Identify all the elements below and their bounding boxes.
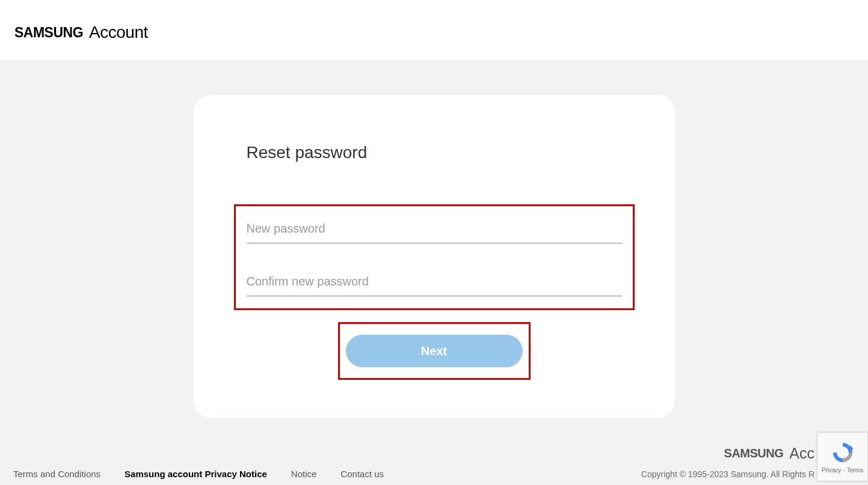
page-header: SAMSUNG Account [0, 0, 868, 60]
new-password-group [247, 217, 622, 243]
recaptcha-terms-link[interactable]: Terms [847, 467, 863, 474]
inputs-highlight-box [234, 204, 635, 310]
recaptcha-links: Privacy - Terms [822, 467, 863, 474]
recaptcha-icon [831, 441, 855, 465]
samsung-wordmark: SAMSUNG [14, 25, 83, 41]
confirm-password-group [247, 270, 622, 296]
contact-link[interactable]: Contact us [340, 469, 384, 479]
privacy-link[interactable]: Samsung account Privacy Notice [125, 469, 267, 479]
account-word: Account [89, 23, 148, 42]
page-title: Reset password [247, 143, 622, 162]
brand-logo: SAMSUNG Account [14, 23, 854, 42]
recaptcha-badge[interactable]: Privacy - Terms [817, 432, 868, 481]
new-password-input[interactable] [247, 217, 622, 243]
page-footer: Terms and Conditions Samsung account Pri… [0, 442, 868, 485]
reset-password-card: Reset password Next [194, 95, 675, 418]
notice-link[interactable]: Notice [291, 469, 317, 479]
terms-link[interactable]: Terms and Conditions [13, 469, 100, 479]
next-button[interactable]: Next [346, 335, 523, 367]
confirm-password-input[interactable] [247, 270, 622, 296]
button-highlight-box: Next [338, 322, 531, 380]
recaptcha-privacy-link[interactable]: Privacy [822, 467, 842, 474]
main-content: Reset password Next Terms and Conditions… [0, 60, 868, 485]
footer-samsung-wordmark: SAMSUNG [724, 447, 784, 460]
footer-account-word: Acc [789, 445, 814, 462]
footer-links: Terms and Conditions Samsung account Pri… [0, 469, 384, 479]
recaptcha-separator: - [843, 467, 845, 474]
